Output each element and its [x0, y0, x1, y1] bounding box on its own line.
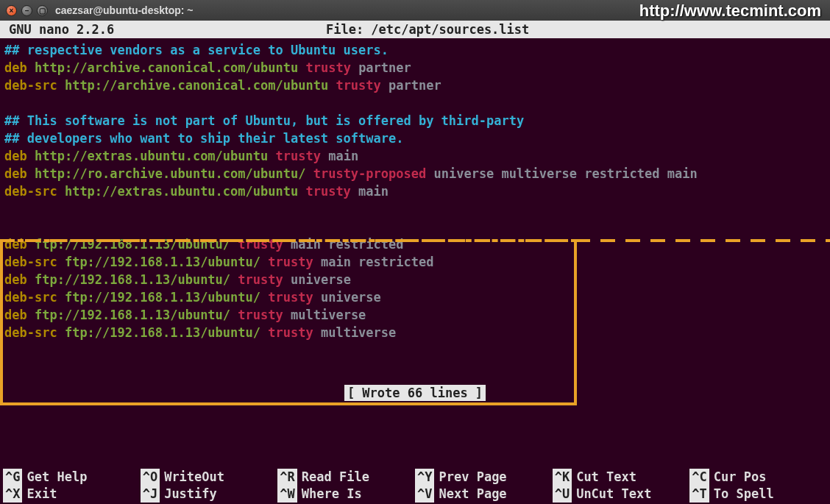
- shortcut-where-is[interactable]: ^WWhere Is: [277, 486, 415, 503]
- editor-line: deb http://ro.archive.ubuntu.com/ubuntu/…: [4, 165, 826, 182]
- nano-file-path: /etc/apt/sources.list: [371, 22, 529, 37]
- editor-line: [4, 200, 826, 218]
- editor-line: ## This software is not part of Ubuntu, …: [4, 112, 826, 129]
- shortcut-label: Cut Text: [576, 469, 636, 486]
- editor-line: deb-src http://extras.ubuntu.com/ubuntu …: [4, 182, 826, 200]
- shortcut-get-help[interactable]: ^GGet Help: [3, 469, 141, 486]
- editor-line: deb-src http://archive.canonical.com/ubu…: [4, 77, 826, 94]
- shortcut-key: ^J: [141, 486, 160, 503]
- minimize-icon[interactable]: –: [21, 5, 32, 16]
- shortcut-label: WriteOut: [164, 469, 224, 486]
- shortcut-label: Prev Page: [439, 469, 506, 486]
- editor-content[interactable]: ## respective vendors as a service to Ub…: [0, 38, 830, 341]
- nano-status-text: [ Wrote 66 lines ]: [344, 385, 486, 401]
- window-title: caezsar@ubuntu-desktop: ~: [55, 4, 194, 16]
- shortcut-justify[interactable]: ^JJustify: [141, 486, 278, 503]
- editor-line: deb ftp://192.168.1.13/ubuntu/ trusty un…: [4, 271, 826, 288]
- shortcut-key: ^K: [553, 469, 572, 486]
- editor-line: deb http://archive.canonical.com/ubuntu …: [4, 59, 826, 77]
- editor-line: deb http://extras.ubuntu.com/ubuntu trus…: [4, 147, 826, 165]
- shortcut-key: ^Y: [415, 469, 434, 486]
- shortcut-exit[interactable]: ^XExit: [3, 486, 141, 503]
- shortcut-key: ^W: [277, 486, 297, 503]
- shortcut-label: Exit: [26, 486, 57, 503]
- shortcut-to-spell[interactable]: ^TTo Spell: [689, 486, 827, 503]
- shortcut-key: ^X: [3, 486, 22, 503]
- window-controls: × – ▢: [6, 5, 48, 16]
- shortcut-label: Read File: [302, 469, 369, 486]
- shortcut-key: ^O: [141, 469, 160, 486]
- editor-line: deb ftp://192.168.1.13/ubuntu/ trusty mu…: [4, 306, 826, 324]
- shortcut-label: Get Help: [26, 469, 87, 486]
- nano-app-name: GNU nano 2.2.6: [4, 22, 114, 37]
- shortcut-read-file[interactable]: ^RRead File: [277, 469, 415, 486]
- nano-status-line: [ Wrote 66 lines ]: [0, 386, 830, 400]
- shortcut-cur-pos[interactable]: ^CCur Pos: [689, 469, 827, 486]
- editor-line: ## developers who want to ship their lat…: [4, 129, 826, 147]
- shortcut-label: UnCut Text: [576, 486, 651, 503]
- shortcut-key: ^V: [415, 486, 434, 503]
- shortcut-label: Cur Pos: [714, 469, 767, 486]
- shortcut-label: To Spell: [714, 486, 774, 503]
- editor-line: deb-src ftp://192.168.1.13/ubuntu/ trust…: [4, 324, 826, 341]
- shortcut-key: ^C: [689, 469, 709, 486]
- editor-line: [4, 94, 826, 112]
- maximize-icon[interactable]: ▢: [37, 5, 48, 16]
- shortcut-label: Justify: [164, 486, 217, 503]
- editor-line: deb ftp://192.168.1.13/ubuntu/ trusty ma…: [4, 235, 826, 253]
- shortcut-uncut-text[interactable]: ^UUnCut Text: [553, 486, 690, 503]
- nano-shortcuts-bar: ^GGet Help^OWriteOut^RRead File^YPrev Pa…: [0, 469, 830, 504]
- shortcut-key: ^R: [277, 469, 297, 486]
- editor-line: ## respective vendors as a service to Ub…: [4, 41, 826, 59]
- editor-line: deb-src ftp://192.168.1.13/ubuntu/ trust…: [4, 288, 826, 306]
- shortcut-prev-page[interactable]: ^YPrev Page: [415, 469, 553, 486]
- shortcut-label: Next Page: [439, 486, 506, 503]
- shortcut-writeout[interactable]: ^OWriteOut: [141, 469, 278, 486]
- close-icon[interactable]: ×: [6, 5, 17, 16]
- shortcut-cut-text[interactable]: ^KCut Text: [553, 469, 690, 486]
- shortcut-key: ^G: [3, 469, 22, 486]
- watermark-text: http://www.tecmint.com: [639, 1, 821, 21]
- editor-line: deb-src ftp://192.168.1.13/ubuntu/ trust…: [4, 253, 826, 271]
- shortcut-key: ^T: [689, 486, 709, 503]
- nano-file-label: File:: [326, 22, 371, 37]
- shortcut-label: Where Is: [302, 486, 362, 503]
- shortcut-next-page[interactable]: ^VNext Page: [415, 486, 553, 503]
- shortcut-key: ^U: [553, 486, 572, 503]
- nano-header: GNU nano 2.2.6 File: /etc/apt/sources.li…: [0, 21, 830, 38]
- editor-line: [4, 218, 826, 235]
